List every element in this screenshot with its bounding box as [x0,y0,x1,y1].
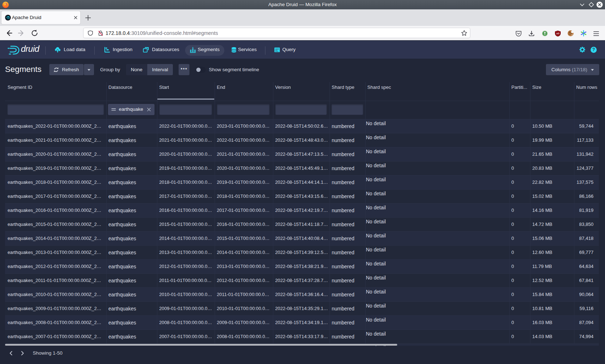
svg-text:uO: uO [556,32,560,35]
svg-text:?: ? [592,47,595,52]
